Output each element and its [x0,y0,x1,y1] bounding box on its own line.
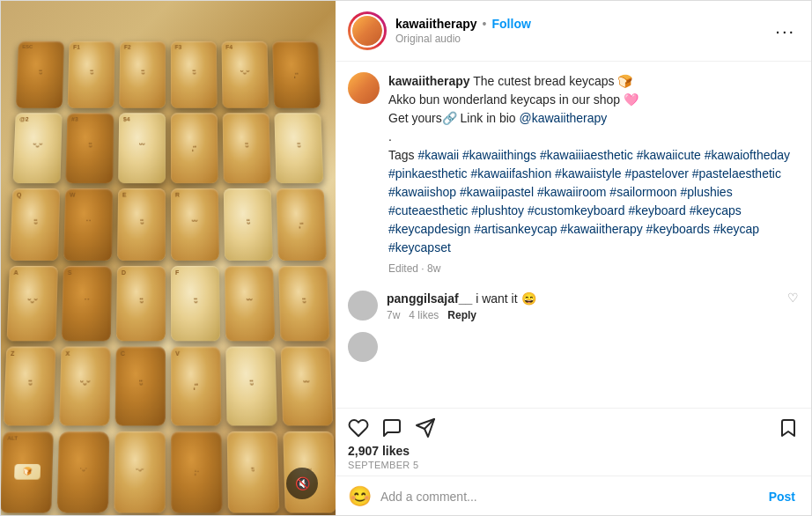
comment-item: panggilsajaf__ i want it 😄 7w 4 likes Re… [348,285,799,327]
comment-heart-icon[interactable]: ♡ [787,291,799,305]
edited-time: Edited · 8w [388,262,799,275]
keycap-r: R ˘˘ [171,188,219,261]
keycap-f2: F2 ᵕ̈ [119,41,166,108]
comment-avatar [348,291,378,321]
keycap-e6: ᵕ̈ [223,114,271,183]
post-image: ESC ᵕ̈ F1 ᵕ̈ F2 ᵕ̈ F3 ᵕ̈ F4 ˘ᵕ˘ [1,1,336,516]
keycap-d: D ᵕ̈ [116,266,166,342]
post-body: kawaiitherapy The cutest bread keycaps 🍞… [336,62,811,408]
dot-separator: • [483,17,487,31]
caption-block: kawaiitherapy The cutest bread keycaps 🍞… [348,72,799,275]
header-info: kawaiitherapy • Follow Original audio [395,17,771,45]
avatar-inner [351,14,384,48]
spacebar2: ˘ᵕ˘ [114,431,165,513]
keycap-f4: F4 ˘ᵕ˘ [221,41,269,108]
keycap-esc: ESC ᵕ̈ [16,41,64,108]
keycap-extra1: ·̩· [272,41,321,108]
comment-time: 7w [387,309,400,321]
more-options-button[interactable]: ··· [771,18,799,45]
comment-text: panggilsajaf__ i want it 😄 [387,291,536,306]
bookmark-button[interactable] [778,417,799,439]
keycap-v: V ·̩· [171,347,221,425]
keycap-n: ˘˘ [281,347,334,425]
keycap-2: @2 ˘ᵕ˘ [13,114,63,183]
user-avatar [348,11,387,50]
caption-dot: . [388,129,392,144]
caption-text-line2: Akko bun wonderland keycaps in our shop … [388,92,639,107]
keyboard-photo: ESC ᵕ̈ F1 ᵕ̈ F2 ᵕ̈ F3 ᵕ̈ F4 ˘ᵕ˘ [1,1,336,516]
post-content-panel: kawaiitherapy • Follow Original audio ··… [336,1,811,516]
keycap-f1: F1 ᵕ̈ [68,41,115,108]
spacebar3: ·̩· [171,431,222,513]
audio-label: Original audio [395,33,771,45]
keycap-x: X ˘ᵕ˘ [59,347,110,425]
comment-input[interactable] [380,490,765,504]
avatar-image [352,16,382,46]
comment-username[interactable]: panggilsajaf__ [387,291,472,306]
keycap-3: #3 ᵕ̈ [65,114,114,183]
caption-content: kawaiitherapy The cutest bread keycaps 🍞… [388,72,799,275]
keycap-b: ᵕ̈ [225,347,277,425]
caption-text: kawaiitherapy The cutest bread keycaps 🍞… [388,72,799,257]
keycap-c: C ᵕ̈ [115,347,166,425]
like-button[interactable] [348,417,369,439]
keycap-e5: ·̩· [171,114,218,183]
avatar-ring [348,11,387,50]
caption-username[interactable]: kawaiitherapy [388,74,470,88]
username-label[interactable]: kawaiitherapy [395,17,477,31]
instagram-post: ESC ᵕ̈ F1 ᵕ̈ F2 ᵕ̈ F3 ᵕ̈ F4 ˘ᵕ˘ [0,0,812,516]
comment-icon [381,417,402,439]
keycap-g: ˘˘ [225,266,275,342]
caption-avatar [348,72,380,104]
comment-avatar-2 [348,332,378,362]
keycap-a: A ˘ᵕ˘ [7,266,58,342]
caption-hashtags: #kawaii #kawaiithings #kawaiiiaesthetic … [388,148,790,254]
bookmark-icon [778,417,799,439]
comment-likes: 4 likes [409,309,439,321]
caption-mention[interactable]: @kawaiitherapy [520,111,608,125]
post-header: kawaiitherapy • Follow Original audio ··… [336,1,811,62]
action-bar: 2,907 likes September 5 [336,408,811,475]
caption-text-line3: Get yours🔗 Link in bio [388,111,520,125]
follow-button[interactable]: Follow [492,17,531,31]
spacebar4: ᵕ̈ [227,431,280,513]
keycap-f3: F3 ᵕ̈ [171,41,218,108]
keycap-q: Q ᵕ̈ [10,188,60,261]
keycap-h: ᵕ̈ [278,266,329,342]
post-comment-button[interactable]: Post [765,490,799,504]
keycaps-grid: ESC ᵕ̈ F1 ᵕ̈ F2 ᵕ̈ F3 ᵕ̈ F4 ˘ᵕ˘ [1,26,336,516]
heart-icon [348,417,369,439]
comment-meta: 7w 4 likes Reply [387,309,779,321]
keycap-e: E ᵕ̈ [117,188,166,261]
mute-icon: 🔇 [295,476,310,490]
comment-button[interactable] [381,417,402,439]
keycap-z: Z ᵕ̈ [4,347,56,425]
post-date: September 5 [348,460,799,470]
keycap-w: W ˙˙ [63,188,113,261]
share-button[interactable] [415,417,436,439]
comment-body: panggilsajaf__ i want it 😄 7w 4 likes Re… [387,291,779,321]
header-top: kawaiitherapy • Follow [395,17,771,31]
keycap-4: $4 ˘˘ [118,114,166,183]
share-icon [415,417,436,439]
comment-input-bar: 😊 Post [336,475,811,516]
caption-text-line1: The cutest bread keycaps 🍞 [473,74,632,88]
mute-button[interactable]: 🔇 [286,468,318,499]
keycap-y: ·̩· [277,188,327,261]
action-icons [348,417,799,439]
keycap-alt: ALT 🍞 [1,431,54,513]
spacebar1: ˙ᵕ˙ [57,431,110,513]
caption-tags-label: Tags [388,148,415,162]
comment-content: i want it 😄 [476,291,535,306]
keycap-f: F ᵕ̈ [171,266,220,342]
emoji-button[interactable]: 😊 [348,485,372,508]
reply-button[interactable]: Reply [447,309,476,321]
keycap-e7: ᵕ̈ [274,114,323,183]
likes-count: 2,907 likes [348,444,799,458]
keycap-s: S ˙˙ [62,266,112,342]
comment-item-2 [348,327,799,367]
keycap-t: ᵕ̈ [224,188,273,261]
